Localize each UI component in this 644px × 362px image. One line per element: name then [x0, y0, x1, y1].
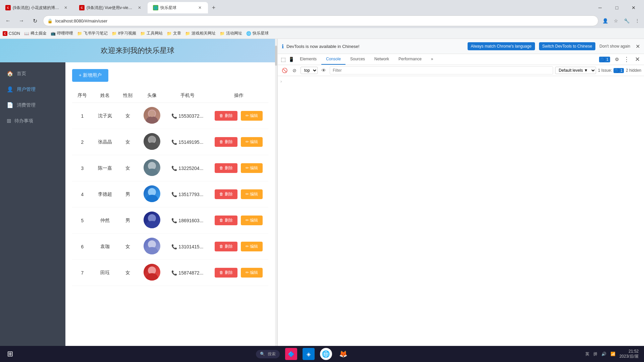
notification-close-icon[interactable]: ✕ — [636, 43, 640, 50]
bookmark-bilibili[interactable]: 📺 哔哩哔哩 — [51, 31, 73, 36]
taskbar-search[interactable]: 🔍 搜索 — [256, 350, 280, 358]
log-levels-selector[interactable]: Default levels ▼ — [555, 67, 596, 74]
bookmark-happy[interactable]: 🌐 快乐星球 — [246, 31, 269, 36]
tab-performance[interactable]: Performance — [394, 54, 426, 65]
volume-icon[interactable]: 🔊 — [601, 352, 606, 356]
taskbar-chrome-icon[interactable]: 🌐 — [320, 348, 332, 360]
avatar — [144, 264, 160, 281]
bookmark-juejin[interactable]: 📖 稀土掘金 — [24, 31, 47, 36]
taskbar-right: 英 拼 🔊 📶 21:52 2023/后/屋 — [585, 349, 644, 359]
console-prompt[interactable]: › — [280, 77, 641, 85]
start-button[interactable]: ⊞ — [0, 350, 20, 358]
tab-csdn-2[interactable]: C (9条消息) Vue使用v-viewer插件... ✕ — [74, 2, 148, 13]
app-title: 欢迎来到我的快乐星球 — [101, 46, 174, 55]
new-tab-button[interactable]: + — [208, 2, 219, 13]
context-selector[interactable]: top — [301, 67, 318, 74]
edit-button[interactable]: ✏ 编辑 — [241, 268, 263, 278]
tab-network[interactable]: Network — [370, 54, 394, 65]
minimize-button[interactable]: ─ — [592, 2, 608, 13]
delete-button[interactable]: 🗑 删除 — [215, 137, 237, 147]
inspect-element-icon[interactable]: ⬚ — [279, 55, 287, 63]
delete-button[interactable]: 🗑 删除 — [215, 268, 237, 278]
sidebar-item-consume[interactable]: 📄 消费管理 — [0, 97, 65, 113]
console-input[interactable] — [284, 79, 641, 84]
console-filter-input[interactable] — [330, 66, 553, 74]
devtools-close-icon[interactable]: ✕ — [632, 54, 643, 64]
delete-button[interactable]: 🗑 删除 — [215, 111, 237, 121]
taskbar-vscode-icon[interactable]: ◈ — [303, 348, 315, 360]
bookmark-itvideo[interactable]: 📁 it学习视频 — [112, 31, 136, 36]
refresh-button[interactable]: ↻ — [30, 15, 40, 26]
settings-icon[interactable]: ⚙ — [613, 55, 621, 63]
tab-close-csdn1[interactable]: ✕ — [63, 5, 68, 10]
tab-elements[interactable]: Elements — [295, 54, 321, 65]
edit-button[interactable]: ✏ 编辑 — [241, 163, 263, 173]
match-language-button[interactable]: Always match Chrome's language — [468, 42, 535, 50]
activities-icon: 📁 — [220, 31, 225, 36]
console-toggle-icon[interactable]: ⊘ — [290, 66, 299, 74]
extension-icon[interactable]: 🔧 — [623, 17, 631, 25]
delete-button[interactable]: 🗑 删除 — [215, 216, 237, 225]
edit-button[interactable]: ✏ 编辑 — [241, 216, 263, 225]
bookmark-tools[interactable]: 📁 工具网站 — [140, 31, 163, 36]
panel-scrollbar[interactable] — [275, 39, 277, 346]
delete-button[interactable]: 🗑 删除 — [215, 163, 237, 173]
more-menu-icon[interactable]: ⋮ — [633, 17, 641, 25]
bookmark-feishu[interactable]: 📁 飞书学习笔记 — [77, 31, 108, 36]
bookmark-star-icon[interactable]: ☆ — [612, 17, 620, 25]
col-phone: 手机号 — [166, 88, 209, 103]
row-gender: 女 — [118, 234, 138, 260]
maximize-button[interactable]: □ — [609, 2, 625, 13]
tab-more[interactable]: » — [426, 54, 438, 65]
devtools-more-icon[interactable]: ⋮ — [621, 54, 632, 64]
todo-icon: ⊞ — [7, 118, 11, 124]
edit-button[interactable]: ✏ 编辑 — [241, 111, 263, 121]
profile-icon[interactable]: 👤 — [601, 17, 609, 25]
bookmark-articles[interactable]: 📁 文章 — [167, 31, 181, 36]
sidebar-item-home[interactable]: 🏠 首页 — [0, 66, 65, 81]
tab-happy[interactable]: 🌐 快乐星球 ✕ — [148, 2, 208, 13]
devtools-panel: ℹ DevTools is now available in Chinese! … — [277, 39, 644, 346]
console-clear-icon[interactable]: 🚫 — [280, 66, 288, 74]
delete-button[interactable]: 🗑 删除 — [215, 189, 237, 199]
switch-chinese-button[interactable]: Switch DevTools to Chinese — [539, 42, 596, 50]
back-button[interactable]: ← — [3, 15, 13, 26]
edit-button[interactable]: ✏ 编辑 — [241, 242, 263, 251]
close-window-button[interactable]: ✕ — [626, 2, 641, 13]
tab-close-happy[interactable]: ✕ — [197, 5, 203, 10]
edit-button[interactable]: ✏ 编辑 — [241, 189, 263, 199]
tab-close-csdn2[interactable]: ✕ — [137, 5, 142, 10]
scrollbar-thumb[interactable] — [275, 46, 277, 66]
bookmark-csdn[interactable]: C CSDN — [3, 31, 20, 36]
taskbar-jetbrains-icon[interactable]: 🔷 — [285, 348, 297, 360]
device-toolbar-icon[interactable]: 📱 — [287, 55, 295, 63]
address-bar[interactable]: 🔒 localhost:8080/#/main/user — [43, 15, 598, 26]
tab-csdn-1[interactable]: C (9条消息) 小花皮猪的博客_CSD... ✕ — [0, 2, 74, 13]
itvideo-icon: 📁 — [112, 31, 117, 36]
tab-console[interactable]: Console — [321, 54, 345, 65]
bookmark-bilibili-label: 哔哩哔哩 — [57, 31, 73, 36]
sidebar-item-users[interactable]: 👤 用户管理 — [0, 81, 65, 97]
avatar — [144, 133, 160, 150]
add-user-button[interactable]: + 新增用户 — [72, 69, 108, 82]
articles-icon: 📁 — [167, 31, 172, 36]
tab-sources[interactable]: Sources — [345, 54, 370, 65]
eye-icon[interactable]: 👁 — [320, 66, 328, 74]
sidebar-item-todo[interactable]: ⊞ 待办事项 — [0, 113, 65, 129]
forward-button[interactable]: → — [16, 15, 27, 26]
devtools-console[interactable]: › — [278, 76, 644, 346]
network-icon[interactable]: 📶 — [610, 352, 615, 356]
games-icon: 📁 — [185, 31, 190, 36]
edit-button[interactable]: ✏ 编辑 — [241, 137, 263, 147]
hidden-count: 2 hidden — [626, 68, 641, 73]
issues-indicator[interactable]: 1 Issue: 🔵 1 — [598, 68, 624, 73]
row-index: 6 — [72, 234, 93, 260]
bookmark-itvideo-label: it学习视频 — [118, 31, 136, 36]
table-row: 4 李德超 男 📞 13517793... — [72, 181, 268, 207]
dont-show-link[interactable]: Don't show again — [599, 44, 630, 49]
bookmark-games[interactable]: 📁 游戏相关网址 — [185, 31, 216, 36]
taskbar-firefox-icon[interactable]: 🦊 — [337, 348, 350, 360]
delete-button[interactable]: 🗑 删除 — [215, 242, 237, 251]
bookmark-activities[interactable]: 📁 活动网址 — [220, 31, 242, 36]
avatar — [144, 159, 160, 176]
